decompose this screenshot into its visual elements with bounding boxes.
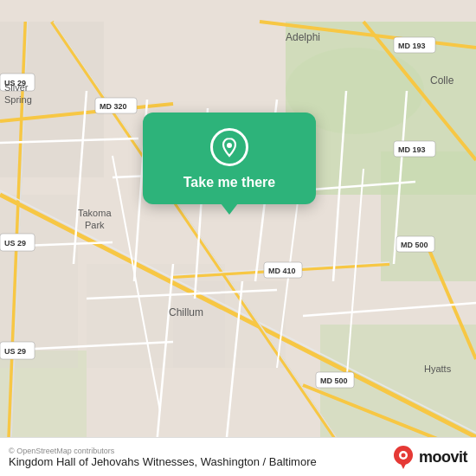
svg-rect-4 <box>320 325 476 454</box>
copyright-text: © OpenStreetMap contributors <box>9 447 317 455</box>
svg-text:MD 500: MD 500 <box>320 376 348 385</box>
svg-marker-70 <box>400 462 407 469</box>
location-pin-icon <box>219 137 240 158</box>
moovit-icon <box>391 445 415 469</box>
svg-text:Adelphi: Adelphi <box>286 31 320 43</box>
svg-text:US 29: US 29 <box>4 239 26 248</box>
svg-text:Park: Park <box>85 220 105 230</box>
svg-line-28 <box>303 303 476 316</box>
svg-text:Takoma: Takoma <box>78 208 112 218</box>
moovit-logo: moovit <box>391 445 467 469</box>
moovit-text: moovit <box>419 448 467 466</box>
svg-text:US 29: US 29 <box>4 347 26 356</box>
map-background: US 29 US 29 US 29 MD 320 MD 193 MD 193 M… <box>0 0 476 476</box>
svg-point-66 <box>227 143 232 148</box>
bottom-bar-info: © OpenStreetMap contributors Kingdom Hal… <box>9 447 317 468</box>
svg-text:Colle: Colle <box>430 74 454 87</box>
svg-point-69 <box>401 453 405 458</box>
svg-text:MD 320: MD 320 <box>100 102 127 111</box>
svg-text:Silver: Silver <box>4 82 29 93</box>
svg-text:MD 500: MD 500 <box>401 241 428 249</box>
bottom-bar: © OpenStreetMap contributors Kingdom Hal… <box>0 437 476 476</box>
take-me-there-button[interactable]: Take me there <box>183 175 275 190</box>
svg-text:Hyatts: Hyatts <box>424 363 452 374</box>
svg-text:Spring: Spring <box>4 94 32 105</box>
location-icon-circle <box>210 128 248 166</box>
svg-text:MD 193: MD 193 <box>398 42 426 50</box>
svg-text:Chillum: Chillum <box>169 306 203 318</box>
svg-rect-1 <box>381 151 476 281</box>
location-name: Kingdom Hall of Jehovahs Witnesses, Wash… <box>9 455 317 468</box>
svg-text:MD 410: MD 410 <box>268 267 296 275</box>
map-container: US 29 US 29 US 29 MD 320 MD 193 MD 193 M… <box>0 0 476 476</box>
svg-text:MD 193: MD 193 <box>398 145 426 154</box>
popup-card: Take me there <box>143 113 316 204</box>
